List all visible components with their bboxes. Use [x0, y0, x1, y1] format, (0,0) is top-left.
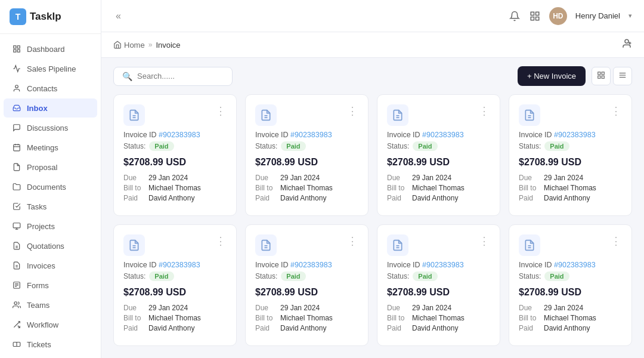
doc-icon — [255, 104, 277, 126]
list-view-button[interactable] — [613, 67, 632, 85]
invoice-id-label: Invoice ID #902383983 — [519, 131, 622, 139]
invoice-id-link[interactable]: #902383983 — [290, 131, 332, 139]
status-label: Status: — [387, 272, 409, 280]
grid-icon[interactable] — [529, 10, 541, 22]
breadcrumb-home: Home — [113, 41, 145, 50]
invoice-id-label: Invoice ID #902383983 — [255, 261, 358, 269]
paid-value: David Anthony — [544, 324, 590, 332]
team-icon — [12, 300, 21, 310]
card-menu-button[interactable]: ⋮ — [347, 234, 358, 248]
folder-icon — [12, 182, 21, 192]
sidebar-item-dashboard[interactable]: Dashboard — [4, 39, 97, 58]
sidebar-item-teams[interactable]: Teams — [4, 295, 97, 314]
card-menu-button[interactable]: ⋮ — [479, 234, 490, 248]
billto-value: Michael Thomas — [280, 184, 333, 192]
new-invoice-button[interactable]: + New Invoice — [518, 66, 586, 86]
card-menu-button[interactable]: ⋮ — [215, 104, 227, 118]
due-value: 29 Jan 2024 — [280, 174, 320, 182]
paid-value: David Anthony — [544, 194, 590, 202]
sidebar-item-contacts[interactable]: Contacts — [4, 79, 97, 98]
sidebar-item-quotations[interactable]: Quotations — [4, 236, 97, 255]
invoice-id-link[interactable]: #902383983 — [554, 261, 596, 269]
status-label: Status: — [255, 272, 277, 280]
sidebar-label-inbox: Inbox — [27, 104, 48, 113]
card-row-billto: Bill to Michael Thomas — [387, 184, 490, 192]
doc-icon — [519, 234, 540, 256]
sidebar-label-dashboard: Dashboard — [27, 45, 65, 54]
status-badge: Paid — [413, 271, 437, 281]
sidebar-item-tickets[interactable]: Tickets — [4, 335, 97, 354]
card-details: Due 29 Jan 2024 Bill to Michael Thomas P… — [123, 174, 227, 202]
billto-key: Bill to — [255, 314, 277, 322]
invoice-id-link[interactable]: #902383983 — [159, 131, 200, 139]
sidebar-item-forms[interactable]: Forms — [4, 276, 97, 295]
sidebar-item-discussions[interactable]: Discussions — [4, 118, 97, 137]
sidebar-item-tasks[interactable]: Tasks — [4, 197, 97, 216]
sidebar-item-documents[interactable]: Documents — [4, 177, 97, 196]
card-row-due: Due 29 Jan 2024 — [387, 304, 490, 312]
doc-icon — [255, 234, 277, 256]
billto-key: Bill to — [387, 314, 408, 322]
grid-view-button[interactable] — [592, 67, 611, 85]
svg-rect-25 — [531, 12, 534, 15]
card-amount: $2708.99 USD — [255, 157, 358, 168]
sidebar-item-inbox[interactable]: Inbox — [4, 98, 97, 118]
card-details: Due 29 Jan 2024 Bill to Michael Thomas P… — [255, 174, 358, 202]
sidebar-item-proposal[interactable]: Proposal — [4, 158, 97, 177]
doc-icon — [12, 162, 21, 172]
invoice-id-link[interactable]: #902383983 — [554, 131, 596, 139]
due-value: 29 Jan 2024 — [544, 174, 583, 182]
sidebar-nav: Dashboard Sales Pipeline Contacts Inbox … — [0, 34, 101, 358]
card-row-billto: Bill to Michael Thomas — [255, 184, 358, 192]
card-header: ⋮ — [387, 104, 490, 126]
chat-icon — [12, 123, 21, 132]
due-value: 29 Jan 2024 — [148, 304, 188, 312]
sidebar-label-workflow: Workflow — [27, 320, 58, 329]
paid-key: Paid — [123, 324, 145, 332]
card-amount: $2708.99 USD — [519, 157, 622, 168]
search-input[interactable] — [137, 72, 224, 81]
invoice-card: ⋮ Invoice ID #902383983 Status: Paid $27… — [377, 94, 500, 216]
avatar: HD — [549, 7, 567, 25]
form-icon — [12, 280, 21, 290]
card-row-due: Due 29 Jan 2024 — [255, 174, 358, 182]
sidebar-item-meetings[interactable]: Meetings — [4, 138, 97, 157]
invoice-id-label: Invoice ID #902383983 — [255, 131, 358, 139]
card-menu-button[interactable]: ⋮ — [215, 234, 227, 248]
doc-icon — [387, 104, 408, 126]
invoice-id-link[interactable]: #902383983 — [422, 131, 464, 139]
invoice-id-link[interactable]: #902383983 — [422, 261, 464, 269]
invoice-card: ⋮ Invoice ID #902383983 Status: Paid $27… — [245, 224, 369, 346]
sidebar-label-discussions: Discussions — [27, 124, 68, 132]
home-label[interactable]: Home — [124, 41, 145, 50]
chevron-down-icon[interactable]: ▾ — [628, 12, 632, 20]
billto-key: Bill to — [123, 184, 145, 192]
breadcrumb: Home » Invoice — [113, 41, 181, 50]
svg-point-20 — [14, 302, 17, 305]
card-menu-button[interactable]: ⋮ — [479, 104, 490, 118]
card-menu-button[interactable]: ⋮ — [611, 104, 622, 118]
status-label: Status: — [387, 142, 409, 150]
due-key: Due — [519, 304, 540, 312]
collapse-button[interactable]: « — [113, 8, 123, 24]
card-row-paid: Paid David Anthony — [519, 194, 622, 202]
card-row-due: Due 29 Jan 2024 — [519, 174, 622, 182]
user-add-icon[interactable] — [621, 38, 632, 51]
card-details: Due 29 Jan 2024 Bill to Michael Thomas P… — [519, 304, 622, 332]
bell-icon[interactable] — [509, 10, 521, 22]
sidebar-item-projects[interactable]: Projects — [4, 217, 97, 236]
invoice-id-link[interactable]: #902383983 — [159, 261, 200, 269]
sidebar-item-invoices[interactable]: Invoices — [4, 256, 97, 275]
card-menu-button[interactable]: ⋮ — [347, 104, 358, 118]
card-menu-button[interactable]: ⋮ — [611, 234, 622, 248]
invoice-id-link[interactable]: #902383983 — [290, 261, 332, 269]
paid-value: David Anthony — [280, 324, 326, 332]
paid-key: Paid — [123, 194, 145, 202]
due-key: Due — [255, 174, 277, 182]
svg-rect-26 — [535, 12, 538, 15]
due-key: Due — [255, 304, 277, 312]
search-box[interactable]: 🔍 — [113, 67, 233, 86]
sidebar-item-sales-pipeline[interactable]: Sales Pipeline — [4, 59, 97, 78]
sidebar-item-workflow[interactable]: Workflow — [4, 315, 97, 334]
grid-icon — [12, 44, 21, 54]
